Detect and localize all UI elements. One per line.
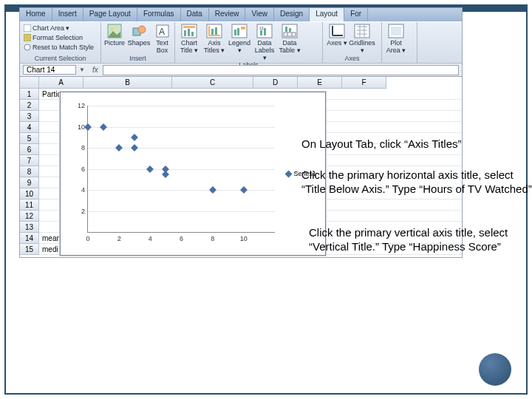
row-header-7[interactable]: 7 [20,155,39,166]
tab-layout[interactable]: Layout [310,8,344,21]
tab-for[interactable]: For [344,8,368,21]
format-selection-button[interactable]: Format Selection [23,33,83,42]
legend-icon [231,24,248,38]
row-header-2[interactable]: 2 [20,100,39,111]
chart-plot-area[interactable]: 246810120246810 [87,106,275,233]
tab-view[interactable]: View [245,8,274,21]
data-point[interactable] [162,171,169,178]
data-point[interactable] [131,134,138,141]
tab-home[interactable]: Home [20,8,52,21]
name-box[interactable]: Chart 14 [23,65,76,75]
xtick: 10 [240,235,248,242]
data-point[interactable] [131,144,138,151]
cell-a15[interactable]: medi [41,244,60,255]
data-point[interactable] [240,186,248,194]
legend-swatch [285,170,293,177]
group-current-selection: Chart Area ▾ Format Selection Reset to M… [20,22,101,63]
ribbon: Chart Area ▾ Format Selection Reset to M… [20,21,462,63]
row-header-9[interactable]: 9 [20,177,39,188]
gridlines-button[interactable]: Gridlines ▾ [351,24,373,54]
ytick: 4 [72,186,85,194]
svg-text:12: 12 [259,26,264,30]
axes-button[interactable]: Axes ▾ [326,24,348,47]
svg-rect-22 [237,28,239,35]
xtick: 2 [117,235,121,242]
col-header-E[interactable]: E [298,77,342,89]
tab-insert[interactable]: Insert [52,8,83,21]
group-insert: Picture Shapes A Text Box Insert [101,22,175,63]
col-header-F[interactable]: F [342,77,386,89]
row-header-8[interactable]: 8 [20,166,39,177]
reset-icon [24,44,31,51]
data-labels-button[interactable]: 12 Data Labels ▾ [253,24,276,61]
dropdown-icon[interactable]: ▼ [79,66,85,73]
embedded-chart[interactable]: 246810120246810 Series1 [60,92,326,256]
row-header-5[interactable]: 5 [20,133,39,144]
cell-a14[interactable]: mean [41,233,62,244]
textbox-button[interactable]: A Text Box [153,24,171,54]
row-header-3[interactable]: 3 [20,111,39,122]
svg-rect-24 [260,30,262,35]
shapes-button[interactable]: Shapes [128,24,150,47]
tab-design[interactable]: Design [274,8,310,21]
svg-rect-20 [241,27,245,30]
legend-button[interactable]: Legend ▾ [228,24,250,54]
axis-titles-button[interactable]: Axis Titles ▾ [203,24,225,54]
callout-2: Click the primary horizontal axis title,… [301,168,532,197]
row-header-15[interactable]: 15 [20,244,39,255]
group-label: Axes [326,55,378,63]
ytick: 2 [72,208,85,215]
col-header-B[interactable]: B [83,77,172,89]
callout-1: On Layout Tab, click “Axis Titles” [301,137,461,151]
data-point[interactable] [84,123,92,131]
formula-input[interactable] [103,65,459,75]
svg-text:A: A [159,27,165,37]
column-headers: ABCDEF [20,77,462,89]
svg-rect-21 [234,30,236,35]
row-header-14[interactable]: 14 [20,233,39,244]
row-header-12[interactable]: 12 [20,211,39,222]
axis-titles-icon [206,24,222,38]
data-table-button[interactable]: Data Table ▾ [279,24,301,54]
excel-window: HomeInsertPage LayoutFormulasDataReviewV… [19,7,463,258]
tab-page-layout[interactable]: Page Layout [83,8,137,21]
row-header-10[interactable]: 10 [20,188,39,200]
svg-point-2 [24,44,30,50]
svg-rect-31 [285,27,287,32]
xtick: 8 [211,235,214,242]
plot-area-icon [388,24,404,38]
svg-rect-13 [191,32,194,36]
axes-icon [329,24,345,38]
svg-rect-10 [183,26,195,28]
ytick: 12 [72,102,85,109]
row-header-11[interactable]: 11 [20,200,39,211]
chart-area-dropdown[interactable]: Chart Area ▾ [23,24,70,33]
svg-rect-12 [188,29,190,36]
row-header-4[interactable]: 4 [20,122,39,133]
data-point[interactable] [146,166,154,173]
group-label: Insert [104,55,171,63]
textbox-icon: A [155,24,170,38]
row-header-1[interactable]: 1 [20,89,39,100]
row-header-13[interactable]: 13 [20,222,39,233]
select-all-corner[interactable] [20,77,39,89]
col-header-A[interactable]: A [39,77,83,89]
plot-area-button[interactable]: Plot Area ▾ [385,24,407,54]
col-header-C[interactable]: C [172,77,253,89]
row-header-6[interactable]: 6 [20,144,39,155]
data-point[interactable] [115,144,123,151]
col-header-D[interactable]: D [253,77,298,89]
gridlines-icon [354,24,370,38]
picture-button[interactable]: Picture [104,24,125,47]
svg-rect-0 [24,24,31,32]
chart-title-button[interactable]: Chart Title ▾ [178,24,200,54]
group-label: Current Selection [23,55,98,63]
data-point[interactable] [100,123,107,131]
chart-title-icon [181,24,197,38]
tab-data[interactable]: Data [181,8,209,21]
data-labels-icon: 12 [256,24,273,38]
data-point[interactable] [209,186,216,194]
reset-style-button[interactable]: Reset to Match Style [23,43,95,52]
tab-formulas[interactable]: Formulas [137,8,181,21]
tab-review[interactable]: Review [209,8,246,21]
